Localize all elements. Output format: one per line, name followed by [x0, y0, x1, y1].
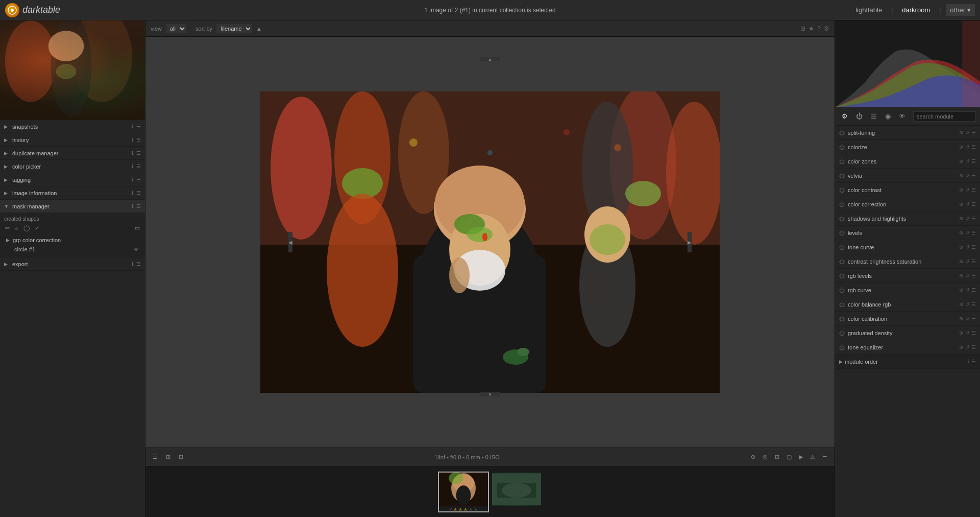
power-btn-color-balance[interactable]: ⏻ [839, 301, 845, 308]
info-icon[interactable]: ℹ [132, 190, 134, 196]
instance-btn[interactable]: ⊕ [959, 301, 963, 307]
preset-btn[interactable]: ☰ [971, 287, 976, 293]
info-icon[interactable]: ℹ [132, 261, 134, 267]
sort-select[interactable]: filename [216, 24, 252, 33]
menu-icon[interactable]: ☰ [136, 190, 141, 196]
module-graduated-density[interactable]: ⏻ graduated density ⊕ ↺ ☰ [835, 326, 980, 340]
group-color-correction[interactable]: ▶ grp color correction [4, 236, 141, 245]
preset-btn[interactable]: ☰ [971, 344, 976, 350]
reset-btn[interactable]: ↺ [965, 330, 969, 336]
color-wheel-icon[interactable]: ◉ [883, 111, 893, 122]
reset-btn[interactable]: ↺ [965, 344, 969, 350]
module-color-balance-rgb[interactable]: ⏻ color balance rgb ⊕ ↺ ☰ [835, 297, 980, 312]
instance-btn[interactable]: ⊕ [959, 230, 963, 236]
collapse-right-btn[interactable]: ▶ [688, 232, 692, 252]
info-icon[interactable]: ℹ [132, 177, 134, 182]
search-module-input[interactable] [913, 111, 976, 122]
draw-path-icon[interactable]: ✏ [4, 224, 11, 232]
instance-btn[interactable]: ⊕ [959, 244, 963, 250]
warning-btn[interactable]: ⚠ [808, 453, 817, 461]
instance-btn[interactable]: ⊕ [959, 187, 963, 193]
module-color-contrast[interactable]: ⏻ color contrast ⊕ ↺ ☰ [835, 183, 980, 197]
power-btn-split-toning[interactable]: ⏻ [839, 130, 845, 136]
module-velvia[interactable]: ⏻ velvia ⊕ ↺ ☰ [835, 169, 980, 183]
menu-icon[interactable]: ☰ [136, 177, 141, 182]
collapse-bottom-btn[interactable]: ▼ [480, 392, 500, 396]
compare-btn[interactable]: ⊟ [177, 453, 185, 461]
reset-btn[interactable]: ↺ [965, 158, 969, 164]
module-contrast-brightness-saturation[interactable]: ⏻ contrast brightness saturation ⊕ ↺ ☰ [835, 254, 980, 269]
reset-btn[interactable]: ↺ [965, 216, 969, 221]
module-order-menu[interactable]: ☰ [971, 359, 976, 364]
power-btn-color-correction[interactable]: ⏻ [839, 201, 845, 207]
eye-icon[interactable]: 👁 [896, 111, 908, 122]
instance-btn[interactable]: ⊕ [959, 273, 963, 278]
info-icon[interactable]: ℹ [132, 150, 134, 156]
instance-btn[interactable]: ⊕ [959, 201, 963, 207]
power-btn-color-zones[interactable]: ⏻ [839, 158, 845, 165]
power-icon[interactable]: ⏻ [853, 111, 865, 122]
preset-btn[interactable]: ☰ [971, 273, 976, 278]
view-select[interactable]: all [166, 24, 186, 33]
reset-btn[interactable]: ↺ [965, 230, 969, 236]
reset-btn[interactable]: ↺ [965, 244, 969, 250]
module-rgb-curve[interactable]: ⏻ rgb curve ⊕ ↺ ☰ [835, 283, 980, 297]
preset-btn[interactable]: ☰ [971, 316, 976, 321]
reset-btn[interactable]: ↺ [965, 144, 969, 150]
presets-icon[interactable]: ☰ [868, 111, 879, 122]
module-levels[interactable]: ⏻ levels ⊕ ↺ ☰ [835, 226, 980, 240]
reset-btn[interactable]: ↺ [965, 287, 969, 293]
focus-icon[interactable]: ⊕ [749, 453, 757, 461]
menu-icon[interactable]: ☰ [136, 124, 141, 129]
nav-lighttable[interactable]: lighttable [851, 4, 886, 16]
nav-other-button[interactable]: other ▾ [946, 4, 975, 16]
reset-btn[interactable]: ↺ [965, 201, 969, 207]
instance-btn[interactable]: ⊕ [959, 258, 963, 264]
instance-btn[interactable]: ⊕ [959, 316, 963, 321]
reset-btn[interactable]: ↺ [965, 316, 969, 321]
instance-btn[interactable]: ⊕ [959, 216, 963, 221]
filmstrip-thumb-2[interactable] [491, 472, 542, 512]
ruler-btn[interactable]: ⊢ [820, 453, 829, 461]
module-rgb-levels[interactable]: ⏻ rgb levels ⊕ ↺ ☰ [835, 269, 980, 283]
channels-btn[interactable]: ⊞ [773, 453, 781, 461]
info-icon[interactable]: ℹ [132, 137, 134, 143]
module-color-correction[interactable]: ⏻ color correction ⊕ ↺ ☰ [835, 197, 980, 212]
info-icon[interactable]: ℹ [132, 203, 134, 209]
module-order-row[interactable]: ▶ module order ℹ ☰ [835, 355, 980, 369]
sidebar-item-mask-manager[interactable]: ▼ mask manager ℹ ☰ [0, 200, 145, 213]
grid-view-btn[interactable]: ⊞ [164, 453, 173, 461]
eye-icon[interactable]: 👁 [134, 247, 139, 252]
circle-tool-icon[interactable]: ○ [14, 224, 19, 232]
module-colorize[interactable]: ⏻ colorize ⊕ ↺ ☰ [835, 140, 980, 154]
preset-btn[interactable]: ☰ [971, 187, 976, 193]
reset-btn[interactable]: ↺ [965, 301, 969, 307]
ellipse-tool-icon[interactable]: ◯ [22, 224, 31, 232]
module-color-zones[interactable]: ⏻ color zones ⊕ ↺ ☰ [835, 154, 980, 169]
circle-shape-item[interactable]: circle #1 👁 [4, 245, 141, 254]
preset-btn[interactable]: ☰ [971, 201, 976, 207]
rect-tool-icon[interactable]: ▭ [134, 224, 141, 232]
nav-darkroom[interactable]: darkroom [898, 4, 934, 16]
sidebar-item-color-picker[interactable]: ▶ color picker ℹ ☰ [0, 160, 145, 173]
power-btn-tone-equalizer[interactable]: ⏻ [839, 344, 845, 350]
module-tone-equalizer[interactable]: ⏻ tone equalizer ⊕ ↺ ☰ [835, 340, 980, 355]
module-split-toning[interactable]: ⏻ split-toning ⊕ ↺ ☰ [835, 126, 980, 140]
play-btn[interactable]: ▶ [797, 453, 805, 461]
filmstrip-thumb-1[interactable]: × ★ ★ ★ ★ ★ [438, 472, 489, 512]
sidebar-item-image-information[interactable]: ▶ image information ℹ ☰ [0, 186, 145, 200]
sidebar-item-history[interactable]: ▶ history ℹ ☰ [0, 133, 145, 147]
preset-btn[interactable]: ☰ [971, 258, 976, 264]
adjust-icon[interactable]: ⚙ [839, 111, 850, 122]
preset-btn[interactable]: ☰ [971, 144, 976, 150]
menu-icon[interactable]: ☰ [136, 150, 141, 156]
instance-btn[interactable]: ⊕ [959, 130, 963, 135]
sidebar-item-duplicate-manager[interactable]: ▶ duplicate manager ℹ ☰ [0, 147, 145, 160]
power-btn-color-calibration[interactable]: ⏻ [839, 316, 845, 322]
list-view-btn[interactable]: ☰ [151, 453, 160, 461]
reset-btn[interactable]: ↺ [965, 173, 969, 178]
preset-btn[interactable]: ☰ [971, 301, 976, 307]
instance-btn[interactable]: ⊕ [959, 330, 963, 336]
collapse-top-btn[interactable]: ▲ [480, 57, 500, 61]
menu-icon[interactable]: ☰ [136, 137, 141, 143]
